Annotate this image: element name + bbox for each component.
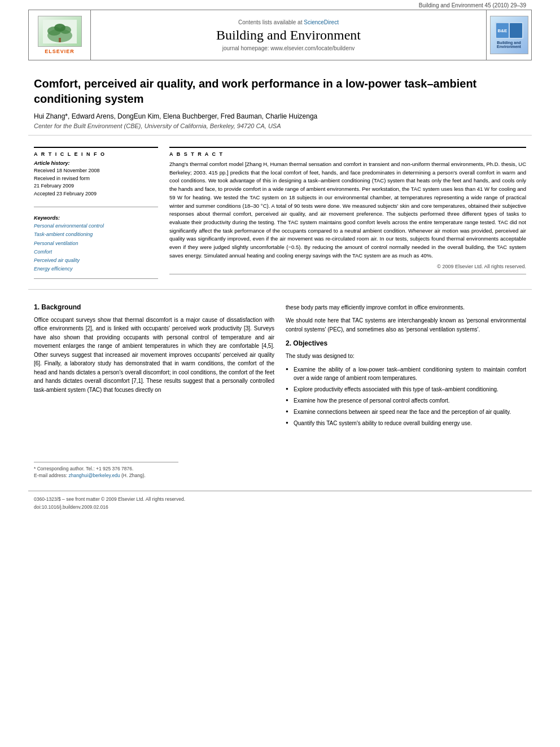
accepted-label: Accepted 23 February 2009 [34,190,158,198]
keyword-item[interactable]: Personal environmental control [34,222,158,230]
keyword-item[interactable]: Personal ventilation [34,239,158,248]
footer-issn: 0360-1323/$ – see front matter © 2009 El… [34,496,526,503]
section1-para2: these body parts may efficiently improve… [286,303,526,312]
journal-ref: Building and Environment 45 (2010) 29–39 [419,2,526,8]
footer-doi: doi:10.1016/j.buildenv.2009.02.016 [34,504,526,510]
sciencedirect-line: Contents lists available at ScienceDirec… [238,19,339,25]
paper-authors: Hui Zhang*, Edward Arens, DongEun Kim, E… [34,112,526,120]
footnote-email: E-mail address: zhanghui@berkeley.edu (H… [34,473,274,478]
history-label: Article history: [34,160,158,166]
objective-bullet: Explore productivity effects associated … [286,385,526,394]
journal-homepage: journal homepage: www.elsevier.com/locat… [222,45,355,51]
left-column: A R T I C L E I N F O Article history: R… [34,147,158,279]
article-info-label: A R T I C L E I N F O [34,151,158,157]
section2-title: Objectives [293,339,327,347]
svg-rect-8 [510,23,522,38]
body-col-right: these body parts may efficiently improve… [286,303,526,480]
journal-title: Building and Environment [216,28,361,43]
keyword-item[interactable]: Task-ambient conditioning [34,230,158,239]
keywords-section: Keywords: Personal environmental control… [34,212,158,279]
body-col-left: 1. Background Office occupant surveys sh… [34,303,274,480]
received-label: Received 18 November 2008 [34,167,158,175]
right-column: A B S T R A C T Zhang's thermal comfort … [169,147,526,279]
right-logo-line1: Building and [497,41,520,45]
section2-heading: 2. Objectives [286,339,526,347]
abstract-copyright: © 2009 Elsevier Ltd. All rights reserved… [169,264,526,269]
article-info-section: A R T I C L E I N F O Article history: R… [34,147,158,207]
body-two-col: 1. Background Office occupant surveys sh… [34,303,526,480]
objective-bullet: Examine the ability of a low-power task–… [286,365,526,382]
paper-title-section: Comfort, perceived air quality, and work… [28,66,532,136]
sciencedirect-prefix: Contents lists available at [238,19,302,25]
section1-title: Background [41,303,81,311]
elsevier-logo-section: ELSEVIER [29,10,91,60]
section2-number: 2. [286,339,291,347]
objective-bullet: Examine how the presence of personal con… [286,396,526,405]
keyword-item[interactable]: Energy efficiency [34,265,158,273]
abstract-text: Zhang's thermal comfort model [Zhang H, … [169,160,526,260]
article-info-abstract-section: A R T I C L E I N F O Article history: R… [28,141,532,285]
section-divider [28,289,532,290]
abstract-label: A B S T R A C T [169,151,526,157]
journal-right-logo-section: B&E Building and Environment [486,10,531,60]
authors-text: Hui Zhang*, Edward Arens, DongEun Kim, E… [34,112,317,120]
footnote-email-label: E-mail address: [34,473,67,478]
meta-bar: Building and Environment 45 (2010) 29–39 [0,0,560,10]
section1-para1: Office occupant surveys show that therma… [34,316,274,395]
section2-intro: The study was designed to: [286,352,526,361]
paper-affiliation: Center for the Built Environment (CBE), … [34,123,526,129]
objective-bullet: Quantify this TAC system's ability to re… [286,419,526,427]
keyword-item[interactable]: Perceived air quality [34,256,158,265]
footnote-email-link[interactable]: zhanghui@berkeley.edu [68,473,120,478]
elsevier-logo: ELSEVIER [38,16,82,54]
paper-title: Comfort, perceived air quality, and work… [34,76,526,107]
footnote-star-text: * Corresponding author. Tel.: +1 925 376… [34,466,133,471]
keywords-list: Personal environmental controlTask-ambie… [34,222,158,274]
svg-point-4 [54,24,65,32]
revised-label: Received in revised form [34,175,158,183]
footer-section: 0360-1323/$ – see front matter © 2009 El… [28,491,532,514]
section1-para3: We should note here that TAC systems are… [286,316,526,334]
footnote-star: * Corresponding author. Tel.: +1 925 376… [34,466,274,471]
section1-heading: 1. Background [34,303,274,311]
journal-right-logo: B&E Building and Environment [490,16,528,54]
body-content: 1. Background Office occupant surveys sh… [28,294,532,486]
section1-number: 1. [34,303,40,311]
keyword-item[interactable]: Comfort [34,248,158,256]
elsevier-tree-logo [38,16,82,47]
objective-bullet: Examine connections between air speed ne… [286,408,526,416]
journal-header: ELSEVIER Contents lists available at Sci… [28,10,532,60]
right-logo-line2: Environment [497,45,521,49]
sciencedirect-link[interactable]: ScienceDirect [304,19,339,25]
svg-rect-5 [59,38,61,42]
revised-date: 21 February 2009 [34,182,158,190]
journal-header-center: Contents lists available at ScienceDirec… [91,10,486,60]
keywords-label: Keywords: [34,215,158,221]
footnote-email-suffix: (H. Zhang). [121,473,146,478]
main-content: Comfort, perceived air quality, and work… [28,60,532,491]
objectives-list: Examine the ability of a low-power task–… [286,365,526,427]
article-history-block: Article history: Received 18 November 20… [34,160,158,198]
svg-text:B&E: B&E [497,28,508,33]
abstract-section: A B S T R A C T Zhang's thermal comfort … [169,147,526,274]
elsevier-text: ELSEVIER [45,49,75,54]
